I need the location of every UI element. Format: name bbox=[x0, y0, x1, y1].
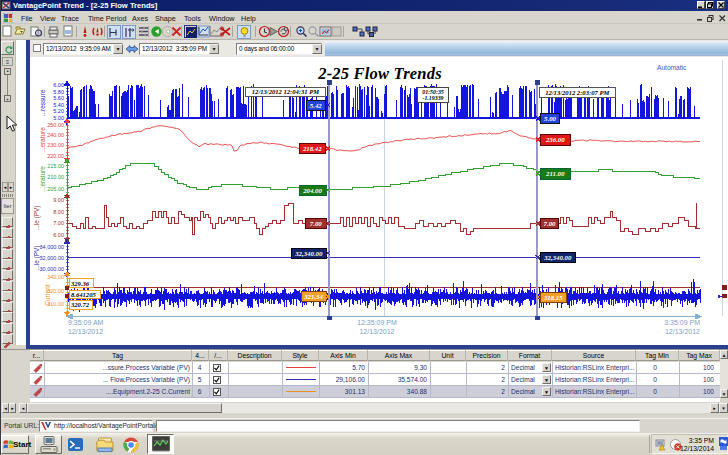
svg-text:220.00: 220.00 bbox=[47, 153, 64, 159]
svg-text:318.15: 318.15 bbox=[543, 294, 563, 301]
svg-text:321.34: 321.34 bbox=[303, 293, 323, 300]
svg-text:320.72: 320.72 bbox=[70, 301, 90, 308]
svg-text:5.00: 5.00 bbox=[53, 115, 64, 121]
svg-text:5.00: 5.00 bbox=[544, 115, 556, 122]
svg-text:7.00: 7.00 bbox=[310, 220, 322, 227]
svg-text:329.36: 329.36 bbox=[70, 280, 90, 287]
svg-text:7.00: 7.00 bbox=[53, 220, 64, 226]
svg-text:6.00: 6.00 bbox=[53, 82, 64, 88]
svg-text:...le (PV): ...le (PV) bbox=[33, 246, 41, 271]
svg-text:12:35:09 PM: 12:35:09 PM bbox=[357, 319, 397, 326]
svg-text:204.00: 204.00 bbox=[302, 187, 322, 194]
svg-text:6.00: 6.00 bbox=[53, 232, 64, 238]
svg-text:5.60: 5.60 bbox=[53, 95, 64, 101]
svg-text:01:50:35: 01:50:35 bbox=[422, 89, 444, 95]
svg-text:12/13/2012: 12/13/2012 bbox=[359, 328, 394, 335]
svg-text:211.00: 211.00 bbox=[545, 170, 565, 177]
svg-text:8.00: 8.00 bbox=[53, 209, 64, 215]
svg-text:...erature: ...erature bbox=[39, 127, 46, 153]
svg-text:-1.19339: -1.19339 bbox=[422, 95, 443, 101]
svg-text:340.00: 340.00 bbox=[47, 274, 64, 280]
svg-text:9.00: 9.00 bbox=[53, 197, 64, 203]
svg-text:5.40: 5.40 bbox=[53, 102, 64, 108]
svg-text:Current: Current bbox=[44, 284, 51, 306]
svg-text:12/13/2012 2:03:07 PM: 12/13/2012 2:03:07 PM bbox=[545, 89, 610, 96]
svg-text:7.00: 7.00 bbox=[544, 220, 556, 227]
svg-text:12/13/2012: 12/13/2012 bbox=[68, 328, 103, 335]
svg-text:32,340.00: 32,340.00 bbox=[543, 254, 572, 261]
svg-text:5.80: 5.80 bbox=[53, 89, 64, 95]
svg-text:8.641205: 8.641205 bbox=[71, 291, 96, 298]
svg-text:3:35:09 PM: 3:35:09 PM bbox=[664, 319, 700, 326]
svg-text:32,000.00: 32,000.00 bbox=[40, 255, 64, 261]
svg-text:...le (PV): ...le (PV) bbox=[33, 206, 41, 231]
svg-text:250.00: 250.00 bbox=[47, 122, 64, 128]
svg-text:215.00: 215.00 bbox=[47, 163, 64, 169]
svg-text:30,000.00: 30,000.00 bbox=[40, 266, 64, 272]
svg-text:32,340.00: 32,340.00 bbox=[294, 250, 323, 257]
svg-text:34,000.00: 34,000.00 bbox=[40, 244, 64, 250]
svg-text:12/13/2012: 12/13/2012 bbox=[665, 328, 700, 335]
svg-text:210.00: 210.00 bbox=[47, 174, 64, 180]
svg-text:218.42: 218.42 bbox=[302, 145, 322, 152]
svg-text:5.20: 5.20 bbox=[53, 108, 64, 114]
svg-text:236.00: 236.00 bbox=[545, 136, 565, 143]
svg-text:...erature: ...erature bbox=[39, 166, 46, 192]
svg-text:12/13/2012 12:04:31 PM: 12/13/2012 12:04:31 PM bbox=[252, 88, 321, 95]
svg-text:9:35:09 AM: 9:35:09 AM bbox=[68, 319, 104, 326]
svg-text:205.00: 205.00 bbox=[47, 186, 64, 192]
svg-text:...ressure: ...ressure bbox=[39, 89, 46, 116]
svg-text:5.42: 5.42 bbox=[310, 102, 322, 109]
svg-text:240.00: 240.00 bbox=[47, 132, 64, 138]
svg-text:230.00: 230.00 bbox=[47, 142, 64, 148]
